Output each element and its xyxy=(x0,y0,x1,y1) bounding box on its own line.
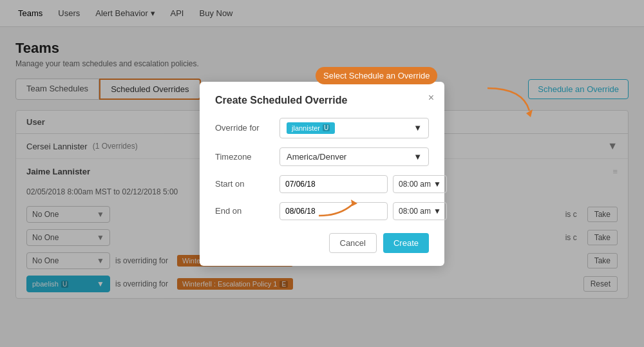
end-on-label: End on xyxy=(215,206,279,216)
end-time-value: 08:00 am xyxy=(399,207,431,216)
override-for-label: Override for xyxy=(215,123,279,133)
override-for-select[interactable]: jlannister U ▼ xyxy=(279,118,429,138)
start-time-arrow: ▼ xyxy=(433,180,441,189)
create-arrow xyxy=(316,187,367,221)
override-for-user-badge: jlannister U xyxy=(287,122,335,134)
modal-overlay: × Create Scheduled Override Override for… xyxy=(0,0,644,347)
callout-tooltip: Select Schedule an Override xyxy=(316,67,437,84)
callout-arrow xyxy=(484,85,536,119)
timezone-value: America/Denver xyxy=(287,152,346,162)
override-for-field: jlannister U ▼ xyxy=(279,118,429,138)
timezone-field: America/Denver ▼ xyxy=(279,147,429,166)
start-time-select[interactable]: 08:00 am ▼ xyxy=(393,175,447,193)
create-button[interactable]: Create xyxy=(383,233,429,253)
timezone-label: Timezone xyxy=(215,152,279,162)
override-for-row: Override for jlannister U ▼ xyxy=(215,118,429,138)
override-for-value: jlannister xyxy=(292,124,320,132)
cancel-button[interactable]: Cancel xyxy=(329,233,377,253)
user-type-icon: U xyxy=(323,124,330,131)
create-override-modal: × Create Scheduled Override Override for… xyxy=(200,82,444,266)
modal-footer: Cancel Create xyxy=(215,233,429,253)
start-time-value: 08:00 am xyxy=(399,180,431,189)
timezone-select[interactable]: America/Denver ▼ xyxy=(279,147,429,166)
end-time-arrow: ▼ xyxy=(433,207,441,216)
start-on-label: Start on xyxy=(215,179,279,189)
modal-title: Create Scheduled Override xyxy=(215,95,429,106)
timezone-dropdown-arrow: ▼ xyxy=(413,152,422,162)
override-for-dropdown-arrow: ▼ xyxy=(413,123,422,133)
timezone-row: Timezone America/Denver ▼ xyxy=(215,147,429,166)
end-time-select[interactable]: 08:00 am ▼ xyxy=(393,202,447,220)
modal-close-button[interactable]: × xyxy=(428,92,434,104)
